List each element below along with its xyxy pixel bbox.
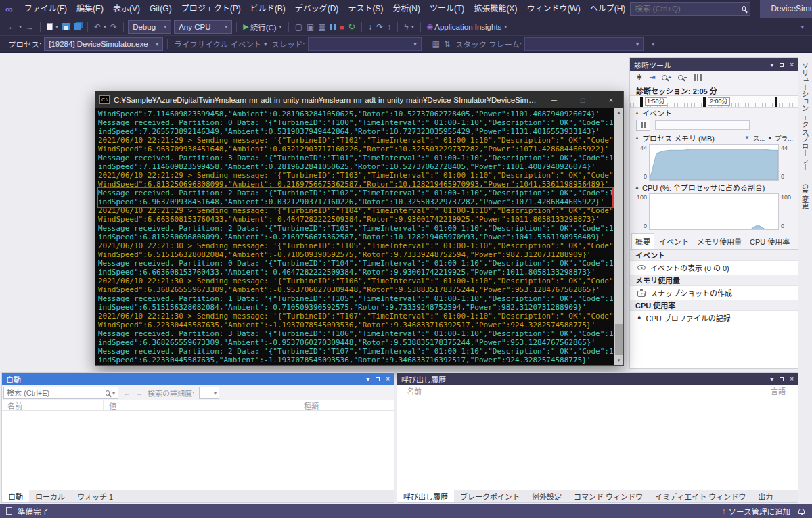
menu-item[interactable]: Git(G) bbox=[145, 0, 177, 18]
menu-item[interactable]: テスト(S) bbox=[343, 0, 388, 18]
flag-threads-icon[interactable]: ▦ bbox=[430, 37, 442, 51]
process-dropdown[interactable]: [19284] DeviceSimulator.exe▾ bbox=[44, 37, 163, 51]
quick-search-box[interactable] bbox=[630, 2, 750, 16]
browser-link-button[interactable]: ▦ bbox=[316, 20, 328, 34]
memory-section-header[interactable]: ▲プロセス メモリ (MB) ▼ ス... ● プラ... bbox=[630, 133, 798, 143]
pin-icon[interactable] bbox=[376, 377, 380, 381]
search-next-icon[interactable]: → bbox=[135, 389, 143, 397]
menu-item[interactable]: ファイル(F) bbox=[20, 0, 72, 18]
continue-button[interactable]: ▶続行(C)▾ bbox=[241, 20, 284, 34]
tab-breakpoints[interactable]: ブレークポイント bbox=[454, 490, 526, 502]
lifecycle-events-button[interactable]: ライフサイクル イベント▾ bbox=[172, 37, 269, 51]
tab-memory-usage[interactable]: メモリ使用量 bbox=[694, 234, 745, 249]
menu-item[interactable]: ビルド(B) bbox=[246, 0, 290, 18]
menu-item[interactable]: ヘルプ(H) bbox=[585, 0, 631, 18]
menu-item[interactable]: ツール(T) bbox=[425, 0, 469, 18]
close-icon[interactable]: × bbox=[790, 375, 794, 383]
show-events-link[interactable]: イベントの表示 (0 の 0) bbox=[630, 261, 798, 275]
autos-search-box[interactable]: ▾ bbox=[3, 387, 118, 399]
hot-reload-button[interactable]: ϟ▾ bbox=[402, 20, 415, 34]
step-out-button[interactable]: ↑ bbox=[385, 20, 393, 34]
tab-command-window[interactable]: コマンド ウィンドウ bbox=[568, 490, 649, 502]
window-position-icon[interactable]: ▾ bbox=[770, 375, 773, 383]
pause-button[interactable] bbox=[328, 20, 338, 34]
save-button[interactable] bbox=[60, 20, 72, 34]
tab-immediate-window[interactable]: イミディエイト ウィンドウ bbox=[649, 490, 752, 502]
diagnostic-tools-header[interactable]: 診断ツール ▾ × bbox=[630, 58, 798, 71]
column-type[interactable]: 種類 bbox=[298, 400, 394, 410]
autos-header[interactable]: 自動 ▾ × bbox=[2, 373, 394, 385]
tab-watch1[interactable]: ウォッチ 1 bbox=[71, 490, 119, 502]
export-icon[interactable]: ⇥ bbox=[649, 73, 655, 82]
tab-events[interactable]: イベント bbox=[656, 234, 692, 249]
column-value[interactable]: 値 bbox=[104, 400, 298, 410]
autos-body[interactable] bbox=[2, 411, 394, 490]
solution-configuration-dropdown[interactable]: Debug▾ bbox=[128, 20, 171, 34]
redo-button[interactable]: ↷ bbox=[108, 20, 119, 34]
thread-dropdown[interactable]: ▾ bbox=[308, 37, 422, 51]
tab-cpu-usage[interactable]: CPU 使用率 bbox=[746, 234, 793, 249]
pin-icon[interactable] bbox=[780, 63, 784, 67]
window-position-icon[interactable]: ▾ bbox=[366, 375, 369, 383]
step-over-button[interactable]: ↷ bbox=[374, 20, 385, 34]
pause-events-icon[interactable] bbox=[636, 120, 650, 131]
settings-gear-icon[interactable]: ✱ bbox=[636, 73, 642, 82]
menu-item[interactable]: 分析(N) bbox=[388, 0, 425, 18]
app-insights-button[interactable]: ◉Application Insights▾ bbox=[425, 20, 510, 34]
zoom-in-icon[interactable]: + bbox=[662, 74, 671, 80]
notifications-bell-icon[interactable] bbox=[798, 509, 805, 514]
column-name[interactable]: 名前 bbox=[397, 385, 765, 396]
navigate-back-button[interactable]: ←▾ bbox=[5, 20, 24, 34]
toggle-flagged-icon[interactable]: ⇅ bbox=[442, 37, 453, 51]
quick-search-input[interactable] bbox=[635, 5, 739, 13]
column-name[interactable]: 名前 bbox=[2, 400, 104, 410]
autos-search-input[interactable] bbox=[7, 389, 103, 397]
solution-explorer-tab[interactable]: ソリューション エクスプローラー bbox=[800, 62, 811, 170]
tab-locals[interactable]: ローカル bbox=[29, 490, 71, 502]
console-scrollbar[interactable]: ▲ ▼ bbox=[614, 108, 623, 365]
chevron-down-icon[interactable]: ▾ bbox=[112, 390, 115, 396]
toolbar-overflow-icon[interactable]: ▾ bbox=[798, 24, 807, 30]
navigate-forward-button[interactable]: → bbox=[24, 20, 36, 34]
menu-item[interactable]: プロジェクト(P) bbox=[177, 0, 246, 18]
close-icon[interactable]: × bbox=[790, 61, 794, 68]
tab-output[interactable]: 出力 bbox=[752, 490, 779, 502]
restart-button[interactable]: ↻ bbox=[346, 20, 357, 34]
zoom-out-icon[interactable]: − bbox=[678, 74, 687, 80]
add-to-source-control-button[interactable]: ↑ ソース管理に追加 bbox=[722, 506, 790, 517]
search-prev-icon[interactable]: ← bbox=[123, 389, 131, 397]
menu-item[interactable]: デバッグ(D) bbox=[290, 0, 344, 18]
minimize-icon[interactable]: ─ bbox=[542, 91, 566, 108]
console-titlebar[interactable]: C:\ C:¥Sample¥AzureDigitalTwin¥mslearn-m… bbox=[95, 91, 623, 108]
call-stack-header[interactable]: 呼び出し履歴 ▾ × bbox=[397, 373, 798, 385]
maximize-icon[interactable]: □ bbox=[570, 91, 595, 108]
save-all-button[interactable] bbox=[72, 20, 83, 34]
toolbar-overflow-icon[interactable]: ▾ bbox=[649, 41, 658, 47]
menu-item[interactable]: 拡張機能(X) bbox=[469, 0, 522, 18]
menu-item[interactable]: 編集(E) bbox=[72, 0, 108, 18]
call-stack-body[interactable] bbox=[397, 396, 798, 490]
timeline-ruler[interactable]: 1:50分 2:00分 bbox=[630, 95, 798, 108]
events-section-header[interactable]: ▲イベント bbox=[630, 108, 798, 118]
take-snapshot-link[interactable]: スナップショットの作成 bbox=[630, 286, 798, 300]
column-language[interactable]: 言語 bbox=[765, 385, 798, 396]
record-cpu-profile-link[interactable]: ● CPU プロファイルの記録 bbox=[630, 311, 798, 325]
filter-icon[interactable]: ▼ bbox=[744, 135, 750, 141]
stack-frame-dropdown[interactable]: ▾ bbox=[524, 37, 644, 51]
scrollbar-thumb[interactable] bbox=[615, 324, 623, 355]
tab-exception-settings[interactable]: 例外設定 bbox=[526, 490, 568, 502]
scroll-down-icon[interactable]: ▼ bbox=[614, 356, 623, 365]
close-icon[interactable]: × bbox=[386, 375, 390, 383]
scroll-up-icon[interactable]: ▲ bbox=[614, 108, 623, 117]
cpu-section-header[interactable]: ▲CPU (%: 全プロセッサに占める割合) bbox=[630, 182, 798, 192]
git-changes-tab[interactable]: Git 変更 bbox=[800, 184, 811, 209]
window-position-icon[interactable]: ▾ bbox=[770, 61, 773, 68]
menu-item[interactable]: ウィンドウ(W) bbox=[522, 0, 585, 18]
undo-button[interactable]: ↶▾ bbox=[92, 20, 108, 34]
close-icon[interactable]: × bbox=[599, 91, 623, 108]
menu-item[interactable]: 表示(V) bbox=[108, 0, 145, 18]
pin-icon[interactable] bbox=[780, 377, 784, 381]
chart-icon[interactable] bbox=[694, 74, 702, 81]
tab-autos[interactable]: 自動 bbox=[2, 490, 29, 502]
stop-debugging-button[interactable]: ■ bbox=[338, 20, 346, 34]
